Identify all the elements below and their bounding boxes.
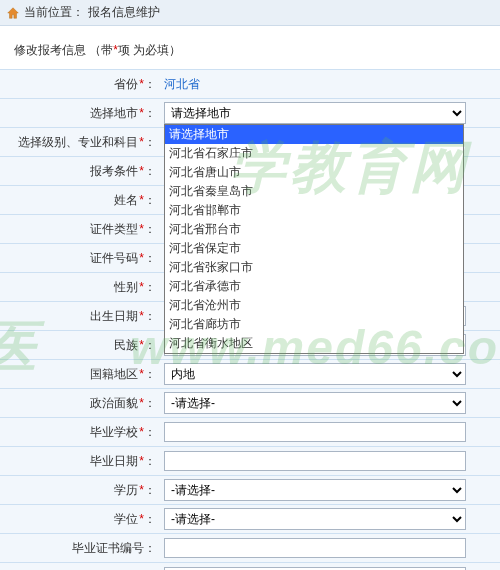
section-title: 修改报考信息 （带*项 为必填） — [0, 26, 500, 69]
city-option[interactable]: 河北省邯郸市 — [165, 201, 463, 220]
city-option[interactable]: 河北省廊坊市 — [165, 315, 463, 334]
breadcrumb-page: 报名信息维护 — [88, 4, 160, 21]
ethnic-label: 民族 — [114, 338, 138, 352]
education-select[interactable]: -请选择- — [164, 479, 466, 501]
city-option[interactable]: 河北省石家庄市 — [165, 144, 463, 163]
gradcert-input[interactable] — [164, 538, 466, 558]
school-label: 毕业学校 — [90, 425, 138, 439]
city-option[interactable]: 河北省邢台市 — [165, 220, 463, 239]
birth-label: 出生日期 — [90, 309, 138, 323]
level-subject-label: 选择级别、专业和科目 — [18, 135, 138, 149]
city-option[interactable]: 请选择地市 — [165, 125, 463, 144]
graddate-label: 毕业日期 — [90, 454, 138, 468]
breadcrumb: 当前位置： 报名信息维护 — [0, 0, 500, 26]
city-dropdown[interactable]: 请选择地市河北省石家庄市河北省唐山市河北省秦皇岛市河北省邯郸市河北省邢台市河北省… — [164, 124, 464, 354]
province-value: 河北省 — [164, 73, 200, 96]
city-option[interactable]: 河北省张家口市 — [165, 258, 463, 277]
city-option[interactable]: 河北省衡水地区 — [165, 334, 463, 353]
nationality-select[interactable]: 内地 — [164, 363, 466, 385]
city-option[interactable]: 河北省唐山市 — [165, 163, 463, 182]
idnum-label: 证件号码 — [90, 251, 138, 265]
city-option[interactable]: 河北省秦皇岛市 — [165, 182, 463, 201]
politics-label: 政治面貌 — [90, 396, 138, 410]
city-option[interactable]: 河北省承德市 — [165, 277, 463, 296]
city-select[interactable]: 请选择地市 — [164, 102, 466, 124]
graddate-input[interactable] — [164, 451, 466, 471]
gender-label: 性别 — [114, 280, 138, 294]
school-input[interactable] — [164, 422, 466, 442]
form-table: 省份*： 河北省 选择地市*： 请选择地市 请选择地市河北省石家庄市河北省唐山市… — [0, 69, 500, 570]
breadcrumb-label: 当前位置： — [24, 4, 84, 21]
gradcert-label: 毕业证书编号： — [72, 541, 156, 555]
name-label: 姓名 — [114, 193, 138, 207]
politics-select[interactable]: -请选择- — [164, 392, 466, 414]
exam-condition-label: 报考条件 — [90, 164, 138, 178]
province-label: 省份 — [114, 77, 138, 91]
degree-select[interactable]: -请选择- — [164, 508, 466, 530]
city-option[interactable]: 河北省保定市 — [165, 239, 463, 258]
education-label: 学历 — [114, 483, 138, 497]
city-label: 选择地市 — [90, 106, 138, 120]
nationality-label: 国籍地区 — [90, 367, 138, 381]
home-icon — [6, 6, 20, 20]
idtype-label: 证件类型 — [90, 222, 138, 236]
degree-label: 学位 — [114, 512, 138, 526]
city-option[interactable]: 河北省沧州市 — [165, 296, 463, 315]
